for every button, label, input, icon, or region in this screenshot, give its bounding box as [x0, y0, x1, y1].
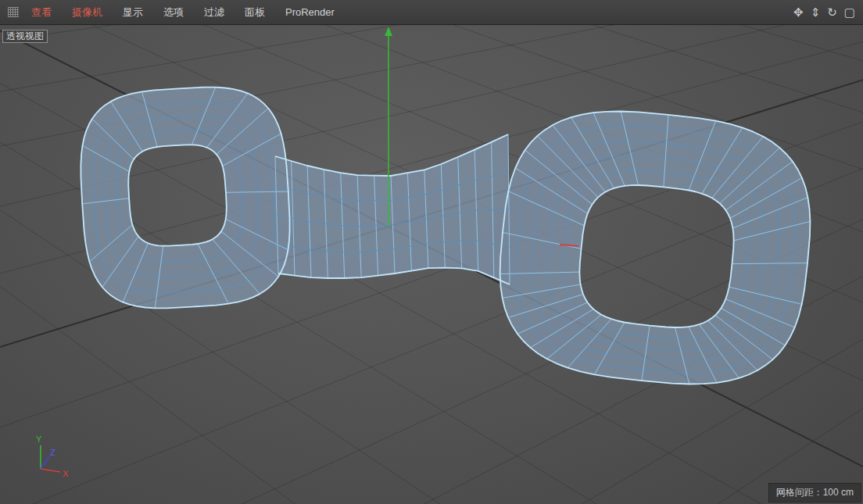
menu-item[interactable]: 查看	[31, 5, 52, 20]
zoom-icon[interactable]: ⇕	[811, 6, 821, 18]
viewport-name-label: 透视视图	[2, 30, 48, 43]
gizmo-z-label: Z	[50, 448, 56, 457]
axis-gizmo: Y Z X	[36, 434, 69, 478]
grid-spacing-status: 网格间距：100 cm	[768, 483, 861, 502]
menu-item[interactable]: ProRender	[285, 6, 335, 18]
viewport-menubar: 查看 摄像机 显示 选项 过滤 面板 ProRender ✥ ⇕ ↻ ▢	[0, 0, 863, 25]
gizmo-y-label: Y	[36, 434, 42, 444]
menu-item[interactable]: 过滤	[204, 5, 224, 20]
maximize-icon[interactable]: ▢	[844, 6, 855, 18]
gizmo-x-label: X	[63, 469, 69, 478]
menu-item[interactable]: 选项	[163, 5, 184, 20]
application-window: 查看 摄像机 显示 选项 过滤 面板 ProRender ✥ ⇕ ↻ ▢	[0, 0, 863, 504]
model-wireframe[interactable]	[81, 88, 810, 384]
rotate-icon[interactable]: ↻	[827, 6, 837, 18]
menu-item[interactable]: 显示	[123, 5, 143, 20]
pan-icon[interactable]: ✥	[793, 6, 804, 18]
menu-item[interactable]: 摄像机	[72, 5, 102, 20]
menu-item[interactable]: 面板	[245, 5, 265, 20]
perspective-viewport[interactable]: Y Z X 透视视图 网格间距：100 cm	[0, 25, 863, 504]
viewport-canvas[interactable]: Y Z X	[0, 25, 863, 504]
viewport-grid-icon[interactable]	[8, 7, 19, 17]
